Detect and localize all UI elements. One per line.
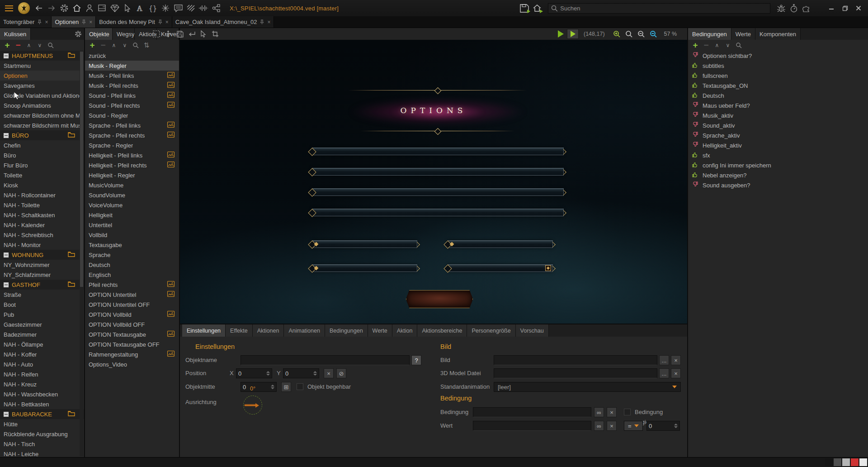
right-panel-tab[interactable]: Bedingungen <box>688 28 731 40</box>
slider-bar-sound[interactable] <box>312 168 564 176</box>
scene-list-item[interactable]: Boot <box>0 300 84 310</box>
add-scene-button[interactable]: + <box>2 40 13 50</box>
fonts-icon[interactable]: A <box>134 2 146 14</box>
option-bar-vollbild[interactable] <box>448 240 553 248</box>
pointer-icon[interactable] <box>199 29 208 38</box>
search-list-icon[interactable] <box>45 40 56 50</box>
collapse-icon[interactable] <box>4 282 9 287</box>
stopwatch-icon[interactable] <box>788 2 800 14</box>
object-list-item[interactable]: Untertitel <box>85 220 179 230</box>
scene-list-item[interactable]: Hütte <box>0 419 84 429</box>
scene-list-item[interactable]: Büro <box>0 150 84 160</box>
option-bar-untertitel[interactable] <box>312 240 417 248</box>
document-tab[interactable]: Boden des Money Pit × <box>96 16 172 28</box>
node-graph-icon[interactable] <box>210 2 222 14</box>
remove-scene-button[interactable]: − <box>13 40 24 50</box>
properties-tab[interactable]: Aktionen <box>253 324 284 337</box>
add-object-button[interactable]: + <box>87 40 98 50</box>
object-list-item[interactable]: Sprache - Regler <box>85 140 179 150</box>
scene-list-item[interactable]: Optionen <box>0 71 84 81</box>
back-button-object[interactable] <box>406 290 473 308</box>
scene-list-item[interactable]: Flur Büro <box>0 160 84 170</box>
condition-item[interactable]: subtitles <box>688 61 868 71</box>
wert-input[interactable] <box>473 421 591 431</box>
object-list-item[interactable]: Musik - Pfeil links <box>85 71 179 81</box>
objektname-input[interactable] <box>241 355 410 365</box>
remove-condition-button[interactable]: − <box>701 40 712 50</box>
scene-list-item[interactable]: NAH - Tisch <box>0 439 84 449</box>
return-icon[interactable] <box>187 29 196 38</box>
bild-input[interactable] <box>494 355 657 365</box>
save-icon[interactable] <box>518 2 531 14</box>
standardanimation-select[interactable]: [leer] <box>494 382 681 392</box>
shader-hatch-icon[interactable] <box>184 2 197 14</box>
bedingung-input[interactable] <box>473 407 591 417</box>
restore-button[interactable] <box>838 2 852 14</box>
scene-list-item[interactable]: Straße <box>0 290 84 300</box>
move-down-button[interactable]: ∨ <box>34 40 45 50</box>
objektmitte-grid-button[interactable]: ⊞ <box>281 382 291 392</box>
play-icon[interactable] <box>558 30 564 38</box>
character-icon[interactable] <box>83 2 96 14</box>
properties-tab[interactable]: Vorschau <box>516 324 549 337</box>
object-list-item[interactable]: OPTION Untertitel OFF <box>85 300 179 310</box>
audio-waveform-icon[interactable] <box>197 2 210 14</box>
object-list-item[interactable]: OPTION Vollbild <box>85 310 179 319</box>
search-list-icon[interactable] <box>130 40 141 50</box>
object-list-item[interactable]: Helligkeit <box>85 210 179 220</box>
close-button[interactable] <box>852 2 865 14</box>
scene-list-item[interactable]: NAH - Waschbecken <box>0 389 84 399</box>
sort-icon[interactable]: ⇅ <box>141 40 152 50</box>
objekt-begehbar-checkbox[interactable] <box>297 383 303 390</box>
condition-item[interactable]: Maus ueber Feld? <box>688 100 868 110</box>
scene-list-item[interactable]: Savegames <box>0 81 84 91</box>
properties-tab[interactable]: Personengröße <box>467 324 515 337</box>
object-list-item[interactable]: VoiceVolume <box>85 200 179 210</box>
move-up-button[interactable]: ∧ <box>24 40 34 50</box>
home-icon[interactable] <box>71 2 83 14</box>
save-object-icon[interactable] <box>175 29 184 38</box>
scene-list-item[interactable]: Snoop Animations <box>0 100 84 110</box>
objektmitte-stepper[interactable]: 0 <box>241 382 277 392</box>
settings-gear-icon[interactable] <box>58 2 71 14</box>
scene-list-item[interactable]: NAH - Bettkasten <box>0 399 84 409</box>
panel-gear-icon[interactable] <box>72 28 84 40</box>
close-tab-icon[interactable]: × <box>45 19 48 25</box>
scene-list-item[interactable]: schwarzer Bildschirm ohne M <box>0 110 84 120</box>
model-input[interactable] <box>494 368 657 378</box>
document-tab[interactable]: Totengräber × <box>0 16 52 28</box>
object-list-item[interactable]: Rahmengestaltung <box>85 349 179 359</box>
properties-tab[interactable]: Werte <box>368 324 392 337</box>
play-from-here-button[interactable] <box>567 29 579 39</box>
condition-item[interactable]: Musik_aktiv <box>688 110 868 120</box>
collapse-icon[interactable] <box>4 253 9 257</box>
properties-tab[interactable]: Animationen <box>284 324 325 337</box>
scene-list-item[interactable]: Gaestezimmer <box>0 319 84 329</box>
scene-list-item[interactable]: HAUPTMENUS <box>0 51 84 61</box>
move-icon[interactable] <box>164 29 173 38</box>
object-list-item[interactable]: Vollbild <box>85 230 179 240</box>
condition-item[interactable]: fullscreen <box>688 71 868 81</box>
position-y-stepper[interactable]: 0 <box>283 368 319 378</box>
scene-list-item[interactable]: WOHNUNG <box>0 250 84 260</box>
scene-list-item[interactable]: NAH - Öllampe <box>0 339 84 349</box>
zoom-out-icon[interactable] <box>637 29 646 38</box>
slider-bar-sprache[interactable] <box>312 188 564 196</box>
right-panel-tab[interactable]: Werte <box>731 28 755 40</box>
objects-panel-tab[interactable]: Wegsyst <box>113 28 135 40</box>
object-list-item[interactable]: zurück <box>85 51 179 61</box>
scene-list-item[interactable]: NAH - Schaltkasten <box>0 210 84 220</box>
object-list-item[interactable]: Sprache - Pfeil links <box>85 120 179 130</box>
object-list-item[interactable]: Options_Video <box>85 359 179 369</box>
collapse-icon[interactable] <box>4 133 9 138</box>
properties-tab[interactable]: Aktion <box>392 324 418 337</box>
zoom-in-icon[interactable] <box>613 29 622 38</box>
scene-list-item[interactable]: NAH - Auto <box>0 359 84 369</box>
properties-tab[interactable]: Effekte <box>226 324 253 337</box>
minimize-button[interactable] <box>825 2 838 14</box>
scene-list-item[interactable]: Globale Variablen und Aktione <box>0 91 84 100</box>
scene-list-item[interactable]: NAH - Kreuz <box>0 379 84 389</box>
object-list-item[interactable]: Sound - Pfeil links <box>85 91 179 100</box>
object-list-item[interactable]: Pfeil rechts <box>85 280 179 290</box>
tab-kulissen[interactable]: Kulissen <box>0 28 31 40</box>
